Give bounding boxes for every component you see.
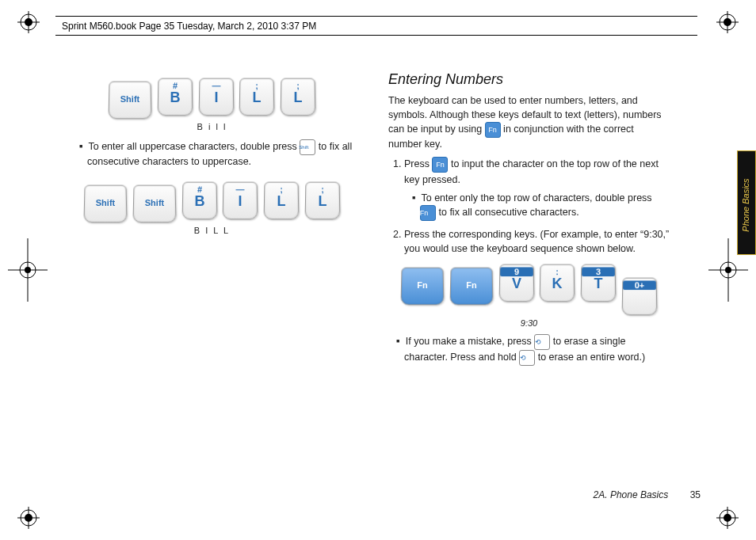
caption-bill-mixed: B i l l (71, 122, 353, 131)
crop-mark-icon (17, 11, 40, 33)
caption-bill-upper: B I L L (71, 226, 353, 235)
text: To enter all uppercase characters, doubl… (88, 141, 296, 152)
key-0plus: 0+ (621, 277, 657, 315)
key-shift: Shift (84, 184, 128, 222)
text: To enter only the top row of characters,… (421, 192, 651, 203)
side-tab-label: Phone Basics (741, 165, 750, 245)
caption-930: 9:30 (388, 318, 670, 328)
fn-key-icon: Fn (420, 205, 436, 221)
key-shift: Shift (109, 82, 152, 120)
text: to erase an entire word.) (538, 352, 646, 363)
left-column: Shift #B —I ;L ;L B i l l To enter all u… (71, 71, 353, 243)
key-t-3: 3T (580, 264, 616, 302)
key-l: ;L (239, 78, 275, 116)
key-shift: Shift (132, 184, 176, 222)
back-key-icon: ⟲ (519, 350, 535, 366)
footer-page-number: 35 (690, 489, 701, 500)
page-footer: 2A. Phone Basics 35 (594, 489, 701, 500)
key-fn: Fn (449, 267, 493, 305)
key-sequence-bill-upper: Shift Shift #B —I ;L ;L (71, 180, 353, 224)
bullet-mistake-note: If you make a mistake, press ⟲ to erase … (404, 334, 670, 366)
fn-key-icon: Fn (485, 122, 501, 138)
header-text: Sprint M560.book Page 35 Tuesday, March … (62, 21, 316, 32)
header-rule (55, 35, 697, 36)
fn-key-icon: Fn (432, 157, 448, 173)
key-l: ;L (304, 181, 340, 219)
key-b: #B (157, 78, 193, 116)
key-sequence-bill-mixed: Shift #B —I ;L ;L (71, 76, 353, 120)
section-heading: Entering Numbers (388, 71, 670, 88)
bullet-uppercase-note: To enter all uppercase characters, doubl… (87, 139, 353, 169)
shift-key-icon: Shift (300, 139, 315, 155)
step-2: Press the corresponding keys. (For examp… (404, 227, 670, 256)
key-fn: Fn (401, 267, 445, 305)
text: If you make a mistake, press (406, 336, 535, 347)
sub-bullet: To enter only the top row of characters,… (420, 192, 670, 221)
key-l: ;L (263, 181, 299, 219)
crop-mark-icon (716, 507, 739, 529)
key-sequence-930: Fn Fn 9V :K 3T 0+ (388, 262, 670, 317)
key-i: —I (198, 78, 234, 116)
step-1: Press Fn to input the character on the t… (404, 157, 670, 221)
key-i: —I (223, 181, 258, 219)
key-k-colon: :K (540, 264, 575, 302)
crop-mark-icon (17, 507, 40, 529)
text: Press (404, 158, 432, 169)
crop-mark-icon (716, 11, 739, 33)
key-v-9: 9V (498, 264, 534, 302)
key-l: ;L (280, 78, 315, 116)
side-tab: Phone Basics (737, 150, 756, 255)
back-key-icon: ⟲ (534, 334, 550, 350)
crop-cross-icon (8, 238, 48, 304)
header-rule (55, 16, 697, 17)
intro-paragraph: The keyboard can be used to enter number… (388, 94, 670, 152)
right-column: Entering Numbers The keyboard can be use… (388, 71, 670, 366)
key-b: #B (181, 181, 217, 219)
footer-section: 2A. Phone Basics (594, 489, 669, 500)
steps-list: Press Fn to input the character on the t… (404, 157, 670, 256)
text: to fix all consecutive characters. (438, 207, 578, 218)
